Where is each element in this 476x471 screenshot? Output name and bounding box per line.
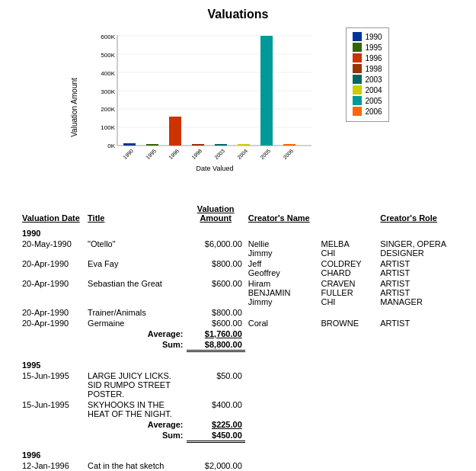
cell-creator-role: ARTIST: [377, 318, 457, 328]
legend-item-1998: 1998: [353, 64, 382, 73]
table-row: 15-Jun-1995 LARGE JUICY LICKS. SID RUMPO…: [19, 370, 457, 399]
table-row: 20-Apr-1990 Trainer/Animals $800.00: [19, 307, 457, 318]
group-header-1996: 1996: [19, 446, 457, 460]
svg-rect-24: [215, 144, 227, 146]
svg-text:1996: 1996: [168, 148, 180, 160]
cell-amount: $6,000.00: [187, 239, 245, 258]
legend-item-2003: 2003: [353, 75, 382, 84]
cell-title: LARGE JUICY LICKS. SID RUMPO STREET POST…: [85, 370, 186, 399]
legend-color-1996: [353, 53, 362, 62]
legend-item-2006: 2006: [353, 107, 382, 116]
cell-date: 15-Jun-1995: [19, 370, 85, 399]
table-row: 20-Apr-1990 Sebastian the Great $600.00 …: [19, 278, 457, 307]
cell-creator-last: BROWNE: [318, 318, 377, 328]
table-row: 20-Apr-1990 Germaine $600.00 Coral BROWN…: [19, 318, 457, 328]
cell-creator-role: [377, 307, 457, 318]
svg-rect-16: [123, 143, 136, 146]
legend-item-1990: 1990: [353, 32, 382, 41]
legend-color-1990: [353, 32, 362, 41]
page-title: Valuations: [11, 8, 465, 21]
cell-date: 15-Jun-1995: [19, 399, 85, 419]
header-title: Title: [85, 203, 186, 224]
legend-label-1995: 1995: [365, 43, 382, 52]
cell-amount: $600.00: [187, 318, 245, 328]
svg-text:400K: 400K: [101, 70, 116, 77]
summary-row-1990-sum: Sum: $8,800.00: [19, 339, 457, 351]
y-axis-label: Valuation Amount: [71, 78, 79, 137]
cell-amount: $400.00: [187, 399, 245, 419]
table-row: 15-Jun-1995 SKYHOOKS IN THE HEAT OF THE …: [19, 399, 457, 419]
cell-creator-last: MELBACHI: [318, 239, 377, 258]
svg-text:1990: 1990: [123, 148, 135, 160]
legend-item-1995: 1995: [353, 43, 382, 52]
svg-rect-20: [169, 117, 181, 146]
svg-text:600K: 600K: [101, 34, 116, 40]
bar-chart: 0K 100K 200K 300K 400K 500K 600K 1990: [87, 27, 323, 172]
cell-title: SKYHOOKS IN THE HEAT OF THE NIGHT.: [85, 399, 186, 419]
group-year-1995: 1995: [19, 356, 457, 370]
chart-container: Valuation Amount 0K 100K 200K 300K 400K …: [87, 27, 331, 187]
legend-label-2005: 2005: [365, 97, 382, 105]
svg-text:200K: 200K: [101, 106, 116, 113]
svg-text:1998: 1998: [191, 148, 203, 160]
cell-title: Germaine: [85, 318, 186, 328]
group-year-1990: 1990: [19, 224, 457, 239]
cell-amount: $600.00: [187, 278, 245, 307]
legend-label-2006: 2006: [365, 107, 382, 116]
chart-area: Valuation Amount 0K 100K 200K 300K 400K …: [11, 27, 465, 187]
cell-creator-first: [245, 307, 318, 318]
summary-average-value-1995: $225.00: [187, 419, 245, 430]
legend-color-2005: [353, 96, 362, 105]
cell-creator-last: [318, 307, 377, 318]
table-row: 20-May-1990 "Otello" $6,000.00 NellieJim…: [19, 239, 457, 258]
table-row: 12-Jan-1996 Cat in the hat sketch $2,000…: [19, 460, 457, 471]
summary-average-value: $1,760.00: [187, 328, 245, 339]
svg-text:0K: 0K: [108, 143, 116, 149]
summary-row-1995-average: Average: $225.00: [19, 419, 457, 430]
svg-text:300K: 300K: [101, 88, 116, 95]
header-creator-role: Creator's Role: [377, 203, 457, 224]
cell-title: "Otello": [85, 239, 186, 258]
cell-creator-first: HiramBENJAMINJimmy: [245, 278, 318, 307]
legend-color-2004: [353, 85, 362, 95]
page: Valuations Valuation Amount 0K 100K 200K…: [0, 0, 476, 471]
summary-row-1995-sum: Sum: $450.00: [19, 430, 457, 442]
header-creator-name: Creator's Name: [245, 203, 318, 224]
legend-color-1998: [353, 64, 362, 73]
svg-rect-30: [283, 144, 296, 146]
svg-text:2005: 2005: [260, 148, 272, 160]
svg-rect-18: [146, 144, 158, 146]
summary-sum-value-1995: $450.00: [187, 430, 245, 442]
group-year-1996: 1996: [19, 446, 457, 460]
cell-amount: $800.00: [187, 307, 245, 318]
cell-creator-first: NellieJimmy: [245, 239, 318, 258]
svg-text:500K: 500K: [101, 52, 116, 59]
svg-rect-26: [238, 144, 250, 146]
cell-creator-role: SINGER, OPERADESIGNER: [377, 239, 457, 258]
cell-creator-last: CRAVENFULLERCHI: [318, 278, 377, 307]
cell-amount: $50.00: [187, 370, 245, 399]
summary-row-1990-average: Average: $1,760.00: [19, 328, 457, 339]
cell-creator-role: ARTISTARTISTMANAGER: [377, 278, 457, 307]
legend-label-2004: 2004: [365, 86, 382, 95]
svg-text:Date Valued: Date Valued: [196, 165, 234, 172]
legend-label-1990: 1990: [365, 33, 382, 41]
cell-date: 20-Apr-1990: [19, 307, 85, 318]
legend-color-2003: [353, 75, 362, 84]
legend-color-1995: [353, 43, 362, 52]
cell-title: Cat in the hat sketch: [85, 460, 186, 471]
legend-item-2004: 2004: [353, 85, 382, 95]
summary-sum-label: Sum:: [19, 339, 187, 351]
cell-date: 12-Jan-1996: [19, 460, 85, 471]
cell-date: 20-Apr-1990: [19, 258, 85, 278]
svg-text:2004: 2004: [237, 148, 249, 160]
header-creator-lastname: [318, 203, 377, 224]
svg-text:100K: 100K: [101, 124, 116, 131]
table-header-row: Valuation Date Title Valuation Amount Cr…: [19, 203, 457, 224]
table-row: 20-Apr-1990 Eva Fay $800.00 JeffGeoffrey…: [19, 258, 457, 278]
cell-date: 20-May-1990: [19, 239, 85, 258]
legend-item-1996: 1996: [353, 53, 382, 62]
chart-legend: 1990 1995 1996 1998 2003 2004: [346, 27, 388, 122]
cell-date: 20-Apr-1990: [19, 278, 85, 307]
legend-label-2003: 2003: [365, 75, 382, 84]
